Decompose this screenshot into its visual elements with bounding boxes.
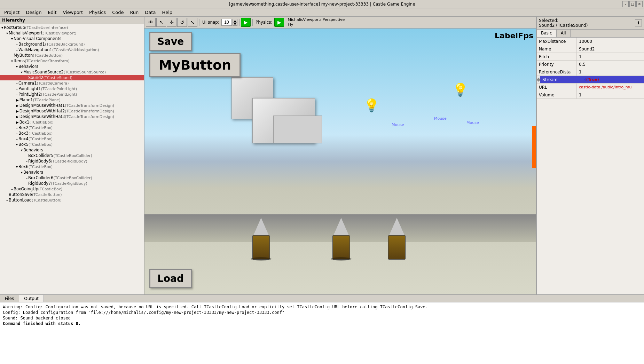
info-button[interactable]: ℹ [635,19,642,26]
tree-arrow[interactable]: ▾ [11,59,13,63]
tree-arrow[interactable]: – [11,54,13,57]
tree-item-designmousewithhat3[interactable]: ▶ DesignMouseWithHat3 (TCastleTransformD… [0,114,144,119]
tree-arrow[interactable]: – [11,187,13,191]
tree-arrow[interactable]: ▾ [11,37,13,41]
eye-button[interactable]: 👁 [146,18,156,27]
tree-arrow[interactable]: – [26,182,28,185]
selected-label: Selected: [539,18,588,23]
restore-button[interactable]: □ [629,1,636,7]
tree-item-plane1[interactable]: ▶ Plane1 (TCastlePlane) [0,97,144,103]
prop-value-field: castle-data:/audio/intro_mu [577,84,644,91]
tree-arrow[interactable]: – [16,81,18,85]
tree-item-box1[interactable]: ▶ Box1 (TCastleBox) [0,119,144,125]
menu-item-run[interactable]: Run [127,9,141,16]
snap-up-arrow[interactable]: ▲ [233,19,237,22]
tree-arrow[interactable]: – [16,42,18,46]
tree-arrow[interactable]: – [26,159,28,163]
tree-item-boxcollider5[interactable]: – BoxCollider5 (TCastleBoxCollider) [0,153,144,158]
tree-item-behaviors[interactable]: ▾ Behaviors [0,147,144,153]
tree-arrow[interactable]: – [16,132,18,135]
tree-item-rigidbody6[interactable]: – RigidBody6 (TCastleRigidBody) [0,158,144,164]
tree-arrow[interactable]: ▾ [1,26,3,30]
tree-arrow[interactable]: – [26,154,28,158]
menu-item-data[interactable]: Data [142,9,158,16]
tree-arrow[interactable]: – [16,126,18,130]
separator3 [252,19,253,26]
tree-item-walknavigation1[interactable]: – WalkNavigation1 (TCastleWalkNavigation… [0,47,144,53]
minimize-button[interactable]: – [622,1,629,7]
tree-item-box3[interactable]: – Box3 (TCastleBox) [0,130,144,136]
tree-item-rigidbody7[interactable]: – RigidBody7 (TCastleRigidBody) [0,181,144,186]
tree-arrow[interactable]: ▾ [16,65,18,69]
tree-arrow[interactable]: ▶ [16,120,19,124]
tree-item-sound2[interactable]: – Sound2 (TCastleSound) [0,75,144,80]
tree-item-box4[interactable]: – Box4 (TCastleBox) [0,136,144,142]
tree-item-items[interactable]: ▾ Items (TCastleRootTransform) [0,58,144,64]
tree-arrow[interactable]: – [16,93,18,96]
tree-arrow[interactable]: – [16,137,18,141]
tree-arrow[interactable]: ▾ [16,165,18,169]
tree-arrow[interactable]: ▾ [21,148,23,152]
tree-arrow[interactable]: – [6,198,8,202]
close-button[interactable]: ✕ [636,1,643,7]
menu-item-viewport[interactable]: Viewport [60,9,86,16]
tree-arrow[interactable]: ▶ [16,98,19,102]
tree-item-designmousewithhat1[interactable]: ▶ DesignMouseWithHat1 (TCastleTransformD… [0,103,144,108]
tree-item-camera1[interactable]: – Camera1 (TCastleCamera) [0,80,144,86]
play-button[interactable]: ▶ [241,18,251,27]
tree-item-buttonsave[interactable]: – ButtonSave (TCastleButton) [0,192,144,197]
tree-item-background1[interactable]: – Background1 (TCastleBackground) [0,41,144,47]
tree-arrow[interactable]: ▶ [16,109,19,113]
tree-item-box6[interactable]: ▾ Box6 (TCastleBox) [0,164,144,169]
tree-arrow[interactable]: ▶ [16,115,19,119]
menu-item-help[interactable]: Help [159,9,175,16]
prop-value-field: 10000 [577,38,644,45]
tree-arrow[interactable]: ▾ [16,143,18,147]
menu-item-edit[interactable]: Edit [45,9,59,16]
prop-value-field[interactable]: ☑ (True) [580,76,644,83]
tree-item-boxcollider6[interactable]: – BoxCollider6 (TCastleBoxCollider) [0,175,144,181]
ui-snap-input[interactable] [221,19,232,26]
tree-arrow[interactable]: – [16,87,18,91]
snap-down-arrow[interactable]: ▼ [233,22,237,26]
tree-item-rootgroup[interactable]: ▾ RootGroup (TCastleUserInterface) [0,25,144,30]
tree-item-behaviors[interactable]: ▾ Behaviors [0,169,144,175]
rotate-button[interactable]: ↺ [177,18,187,27]
tree-item-box2[interactable]: – Box2 (TCastleBox) [0,125,144,130]
tree-item-michalisviewport[interactable]: ▾ MichalisViewport (TCastleViewport) [0,30,144,36]
tree-arrow[interactable]: ▾ [21,70,23,74]
tree-item-pointlight1[interactable]: – PointLight1 (TCastlePointLight) [0,86,144,92]
tree-item-designmousewithhat2[interactable]: ▶ DesignMouseWithHat2 (TCastleTransformD… [0,108,144,114]
load-ui-button[interactable]: Load [149,269,192,288]
move-button[interactable]: ✛ [167,18,176,27]
select-button[interactable]: ↖ [156,18,166,27]
tree-item-pointlight2[interactable]: – PointLight2 (TCastlePointLight) [0,92,144,97]
bottom-tab-output[interactable]: Output [19,295,44,302]
tree-arrow[interactable]: – [6,193,8,197]
tree-item-mybutton[interactable]: – MyButton (TCastleButton) [0,53,144,58]
scale-button[interactable]: ⤡ [188,18,197,27]
tree-item-box5[interactable]: ▾ Box5 (TCastleBox) [0,142,144,147]
menu-item-physics[interactable]: Physics [86,9,109,16]
tree-item-buttonload[interactable]: – ButtonLoad (TCastleButton) [0,197,144,203]
tree-item-boxgoingup[interactable]: – BoxGoingUp (TCastleBox) [0,186,144,192]
menu-item-code[interactable]: Code [109,9,126,16]
tree-arrow[interactable]: ▶ [16,104,19,108]
bottom-tab-files[interactable]: Files [0,295,19,302]
viewport-3d[interactable]: 💡 💡 [144,29,536,294]
mybutton-ui-button[interactable]: MyButton [149,53,241,77]
tree-arrow[interactable]: – [26,76,28,80]
menu-item-project[interactable]: Project [1,9,22,16]
prop-tab-all[interactable]: All [557,30,571,37]
tree-item-musicsoundsource2[interactable]: ▾ MusicSoundSource2 (TCastleSoundSource) [0,69,144,75]
prop-tab-basic[interactable]: Basic [537,30,557,37]
tree-arrow[interactable]: – [26,176,28,180]
tree-item-behaviors[interactable]: ▾ Behaviors [0,64,144,69]
save-ui-button[interactable]: Save [149,32,192,51]
menu-item-design[interactable]: Design [23,9,44,16]
physics-play-button[interactable]: ▶ [274,18,284,27]
tree-item-non-visual-components[interactable]: ▾ Non-Visual Components [0,36,144,41]
tree-arrow[interactable]: ▾ [6,31,8,35]
tree-arrow[interactable]: ▾ [21,171,23,174]
tree-arrow[interactable]: – [16,48,18,52]
